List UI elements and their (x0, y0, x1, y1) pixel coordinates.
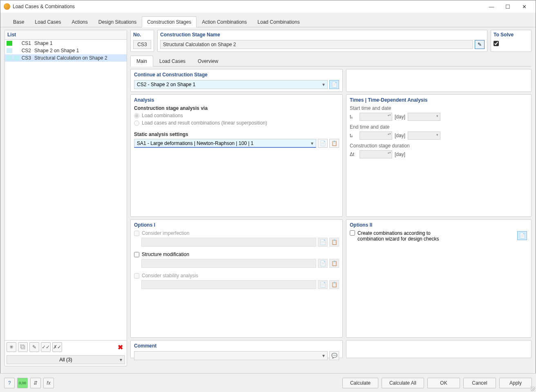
speech-icon: 💬 (331, 353, 337, 359)
document-edit-icon: 📋 (331, 261, 337, 266)
solve-label: To Solve (494, 32, 529, 38)
check-all-button[interactable]: ✓✓ (41, 342, 51, 352)
radio-label: Load cases and result combinations (line… (142, 120, 267, 126)
tab-construction-stages[interactable]: Construction Stages (142, 16, 197, 27)
subtab-main[interactable]: Main (130, 56, 153, 67)
start-date-combo[interactable] (408, 113, 440, 121)
options2-panel: Options II Create combinations according… (346, 219, 532, 338)
edit-item-button[interactable]: ✎ (29, 342, 39, 352)
list-item[interactable]: CS3 Structural Calculation on Shape 2 (5, 54, 127, 62)
radio-label: Load combinations (142, 113, 183, 118)
options2-header: Options II (350, 222, 528, 228)
continue-panel: Continue at Construction Stage CS2 - Sha… (130, 69, 343, 92)
start-time-spinner[interactable] (360, 113, 392, 121)
continue-stage-value: CS2 - Shape 2 on Shape 1 (137, 82, 195, 87)
document-edit-icon: 📋 (331, 239, 337, 245)
list-item[interactable]: CS1 Shape 1 (5, 40, 127, 47)
tab-base[interactable]: Base (8, 16, 29, 27)
tab-actions[interactable]: Actions (66, 16, 93, 27)
continue-edit-button[interactable]: 📄 (329, 80, 339, 89)
fx-icon: fx (47, 380, 50, 386)
calculate-button[interactable]: Calculate (342, 378, 378, 388)
imperfection-new-button[interactable]: 📄 (318, 238, 328, 247)
stability-input[interactable] (141, 280, 316, 289)
no-input[interactable] (133, 40, 151, 49)
stability-edit-button[interactable]: 📋 (329, 280, 339, 289)
name-field-group: Construction Stage Name ✎ (157, 30, 487, 52)
document-new-icon: 📄 (320, 239, 326, 245)
settings-new-button[interactable]: 📄 (318, 139, 328, 148)
unit-label: [day] (395, 133, 405, 138)
function-button[interactable]: fx (43, 378, 54, 388)
chevron-down-icon: ▾ (322, 353, 325, 359)
settings-edit-button[interactable]: 📋 (329, 139, 339, 148)
stability-checkbox[interactable] (134, 273, 139, 278)
continue-stage-combo[interactable]: CS2 - Shape 2 on Shape 1 ▾ (134, 80, 328, 89)
structure-edit-button[interactable]: 📋 (329, 259, 339, 268)
solve-checkbox[interactable] (494, 41, 499, 46)
stability-new-button[interactable]: 📄 (318, 280, 328, 289)
list-filter-combo[interactable]: All (3) ▾ (7, 355, 125, 364)
empty-panel (346, 340, 532, 358)
name-label: Construction Stage Name (160, 32, 485, 38)
end-time-spinner[interactable] (360, 131, 392, 140)
unit-label: [day] (395, 151, 405, 157)
imperfection-edit-button[interactable]: 📋 (329, 238, 339, 247)
edit-name-button[interactable]: ✎ (475, 40, 485, 49)
create-combinations-label: Create combinations according to combina… (357, 230, 439, 242)
analysis-header: Analysis (134, 97, 339, 103)
app-icon (4, 3, 10, 10)
name-input[interactable] (160, 40, 473, 49)
duration-label: Construction stage duration (350, 143, 528, 149)
list-item[interactable]: CS2 Shape 2 on Shape 1 (5, 47, 127, 54)
end-date-combo[interactable] (408, 131, 440, 140)
structure-mod-checkbox[interactable] (134, 252, 139, 257)
copy-item-button[interactable]: ⿻ (18, 342, 28, 352)
tree-button[interactable]: ⇵ (30, 378, 41, 388)
tab-load-cases[interactable]: Load Cases (29, 16, 66, 27)
subtab-overview[interactable]: Overview (192, 56, 224, 67)
create-combinations-checkbox[interactable] (350, 230, 355, 236)
comment-panel: Comment ▾ 💬 (130, 340, 343, 358)
help-icon: ? (8, 380, 11, 386)
imperfection-input[interactable] (141, 238, 316, 247)
no-label: No. (133, 32, 151, 38)
new-item-button[interactable]: ✳ (7, 342, 16, 352)
structure-new-button[interactable]: 📄 (318, 259, 328, 268)
wizard-icon: 📄 (519, 233, 525, 238)
tab-load-combinations[interactable]: Load Combinations (252, 16, 305, 27)
resize-grip[interactable] (530, 386, 535, 391)
cancel-button[interactable]: Cancel (463, 378, 496, 388)
structure-mod-input[interactable] (141, 259, 316, 268)
calculate-all-button[interactable]: Calculate All (382, 378, 424, 388)
units-button[interactable]: 0,00 (17, 378, 28, 388)
duration-spinner[interactable] (360, 150, 392, 158)
subtab-load-cases[interactable]: Load Cases (153, 56, 192, 67)
end-time-label: End time and date (350, 124, 528, 130)
comment-button[interactable]: 💬 (329, 351, 339, 360)
comment-header: Comment (134, 343, 339, 349)
radio-load-cases[interactable] (134, 120, 139, 126)
delete-item-button[interactable]: ✖ (115, 342, 125, 352)
comment-combo[interactable]: ▾ (134, 351, 328, 360)
uncheck-all-button[interactable]: ✗✓ (52, 342, 62, 352)
analysis-panel: Analysis Construction stage analysis via… (130, 94, 343, 217)
tab-design-situations[interactable]: Design Situations (93, 16, 142, 27)
close-button[interactable]: ✕ (516, 2, 532, 11)
minimize-button[interactable]: — (483, 2, 500, 11)
radio-load-combinations[interactable] (134, 113, 139, 118)
help-button[interactable]: ? (4, 378, 15, 388)
static-settings-combo[interactable]: SA1 - Large deformations | Newton-Raphso… (134, 139, 316, 148)
empty-panel (346, 69, 532, 92)
static-settings-value: SA1 - Large deformations | Newton-Raphso… (137, 140, 254, 146)
tab-action-combinations[interactable]: Action Combinations (197, 16, 252, 27)
ok-button[interactable]: OK (427, 378, 460, 388)
units-icon: 0,00 (19, 381, 26, 385)
maximize-button[interactable]: ☐ (500, 2, 516, 11)
stability-label: Consider stability analysis (142, 273, 198, 278)
detail-panel: No. Construction Stage Name ✎ To Solve M… (130, 30, 532, 366)
imperfection-checkbox[interactable] (134, 231, 139, 236)
apply-button[interactable]: Apply (499, 378, 532, 388)
continue-header: Continue at Construction Stage (134, 72, 339, 78)
wizard-button[interactable]: 📄 (517, 231, 527, 240)
